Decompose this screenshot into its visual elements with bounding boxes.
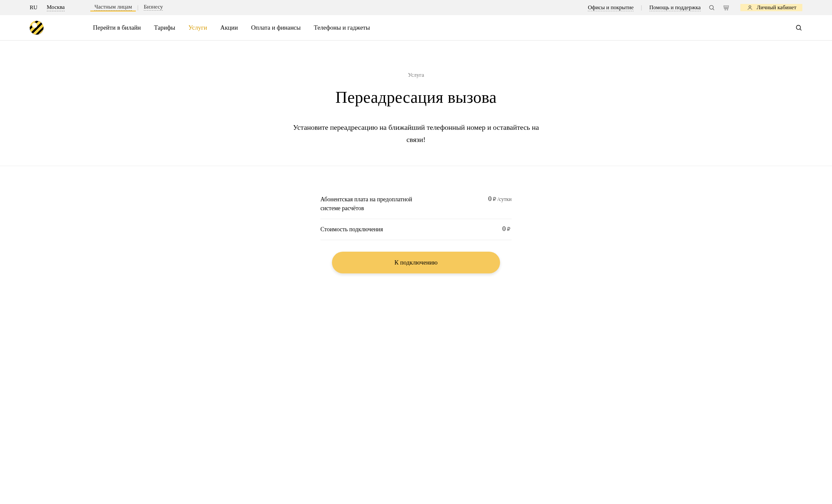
svg-line-1 xyxy=(713,9,714,10)
segment-tab-label: Частным лицам xyxy=(94,4,132,10)
topbar-right: Офисы и покрытие | Помощь и поддержка Ли… xyxy=(588,4,802,11)
pricing-row: Стоимость подключения 0 ₽ xyxy=(320,219,512,240)
nav-link-gadgets[interactable]: Телефоны и гаджеты xyxy=(314,24,370,31)
top-link-support[interactable]: Помощь и поддержка xyxy=(649,4,701,11)
mainnav: Перейти в билайн Тарифы Услуги Акции Опл… xyxy=(0,15,832,40)
pricing-amount: 0 xyxy=(502,225,506,232)
svg-point-0 xyxy=(709,5,713,9)
search-icon[interactable] xyxy=(708,4,715,11)
hero-subtitle: Установите переадресацию на ближайший те… xyxy=(291,121,541,146)
city-selector[interactable]: Москва xyxy=(47,4,65,11)
segment-tab-label: Бизнесу xyxy=(144,4,163,10)
segment-tabs: Частным лицам | Бизнесу xyxy=(90,4,167,11)
nav-search-icon[interactable] xyxy=(795,24,802,31)
pricing-block: Абонентская плата на предоплатной систем… xyxy=(314,189,518,273)
hero: Услуга Переадресация вызова Установите п… xyxy=(0,40,832,166)
mainnav-wrap: Перейти в билайн Тарифы Услуги Акции Опл… xyxy=(0,15,832,40)
segment-tab-business[interactable]: Бизнесу xyxy=(140,4,167,11)
top-link-separator: | xyxy=(641,4,642,11)
cta-wrap: К подключению xyxy=(320,252,512,273)
pricing-label: Стоимость подключения xyxy=(320,225,423,234)
logo[interactable] xyxy=(30,21,44,35)
topbar-left: RU Москва Частным лицам | Бизнесу xyxy=(30,4,167,11)
pricing-value: 0 ₽/сутки xyxy=(488,195,512,203)
page-title: Переадресация вызова xyxy=(7,88,825,107)
cart-icon[interactable] xyxy=(723,4,730,11)
pricing-value: 0 ₽ xyxy=(502,225,512,232)
svg-line-8 xyxy=(800,29,801,30)
pricing-unit: /сутки xyxy=(497,196,512,202)
nav-link-promo[interactable]: Акции xyxy=(220,24,238,31)
svg-point-6 xyxy=(749,6,751,7)
personal-account-button[interactable]: Личный кабинет xyxy=(740,4,802,11)
topbar: RU Москва Частным лицам | Бизнесу Офисы … xyxy=(0,0,832,15)
svg-point-4 xyxy=(725,9,726,10)
svg-point-7 xyxy=(797,25,801,30)
user-icon xyxy=(746,4,754,11)
nav-link-payments[interactable]: Оплата и финансы xyxy=(251,24,301,31)
pricing-currency: ₽ xyxy=(493,196,496,202)
pricing-currency: ₽ xyxy=(507,226,510,232)
nav-links: Перейти в билайн Тарифы Услуги Акции Опл… xyxy=(93,24,370,31)
top-link-offices[interactable]: Офисы и покрытие xyxy=(588,4,633,11)
language-switch[interactable]: RU xyxy=(30,4,37,11)
pricing-row: Абонентская плата на предоплатной систем… xyxy=(320,189,512,219)
hero-eyebrow: Услуга xyxy=(7,72,825,78)
pricing-amount: 0 xyxy=(488,195,492,203)
nav-link-tariffs[interactable]: Тарифы xyxy=(154,24,175,31)
segment-separator: | xyxy=(137,4,138,11)
nav-link-services[interactable]: Услуги xyxy=(188,24,207,31)
pricing-label: Абонентская плата на предоплатной систем… xyxy=(320,195,423,213)
svg-point-5 xyxy=(727,9,728,10)
nav-link-switch[interactable]: Перейти в билайн xyxy=(93,24,141,31)
connect-button[interactable]: К подключению xyxy=(332,252,500,273)
segment-tab-personal[interactable]: Частным лицам xyxy=(90,4,136,11)
personal-account-label: Личный кабинет xyxy=(757,4,797,11)
